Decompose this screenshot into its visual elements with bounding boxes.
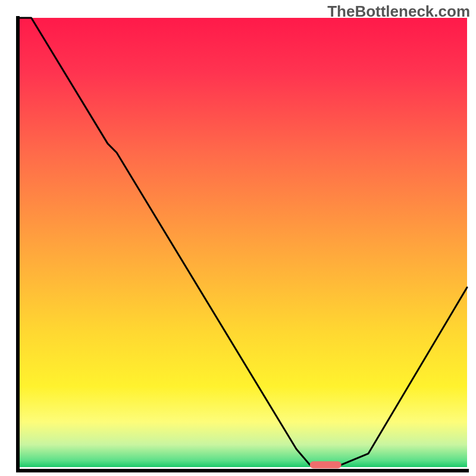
optimal-marker (310, 461, 342, 468)
bottleneck-chart: TheBottleneck.com (0, 0, 476, 476)
chart-svg (0, 0, 476, 476)
watermark-text: TheBottleneck.com (327, 2, 470, 21)
